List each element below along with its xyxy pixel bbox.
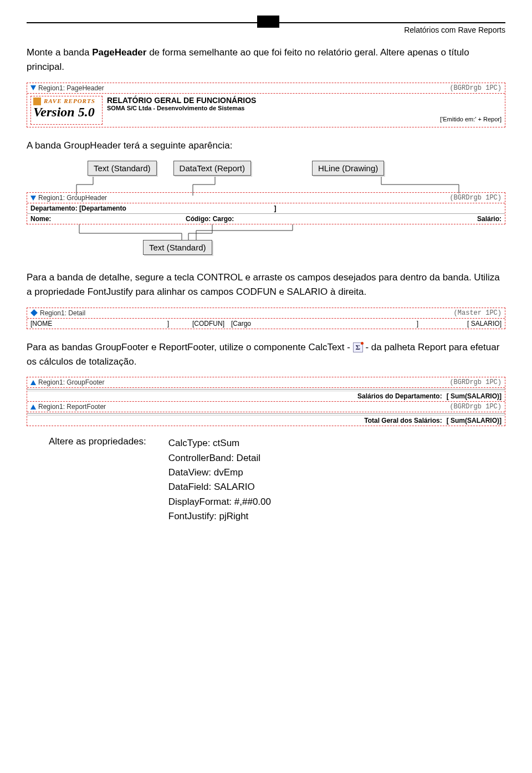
callout-text-standard-2: Text (Standard) — [143, 240, 212, 255]
callout-hline: HLine (Drawing) — [312, 161, 384, 176]
groupheader-row2: Nome: Código: Cargo: Salário: — [27, 213, 505, 224]
band-tag: (BGRDrgb 1PC) — [449, 194, 502, 202]
triangle-up-icon — [30, 405, 36, 409]
band-tag: (Master 1PC) — [454, 309, 502, 317]
page-number-box — [257, 16, 279, 28]
groupfooter-row: Salários do Departamento: [ Sum(SALARIO)… — [27, 391, 505, 401]
band-header-pageheader: Region1: PageHeader (BGRDrgb 1PC) — [27, 83, 505, 94]
designer-footers: Region1: GroupFooter (BGRDrgb 1PC) Salár… — [27, 377, 505, 426]
detail-fields-row: [NOME] [CODFUN] [Cargo] [ SALARIO] — [27, 319, 505, 329]
properties-list: CalcType: ctSum ControllerBand: Detail D… — [168, 436, 271, 524]
band-header-detail: Region1: Detail (Master 1PC) — [27, 308, 505, 319]
band-header-groupfooter: Region1: GroupFooter (BGRDrgb 1PC) — [27, 377, 505, 388]
report-title: RELATÓRIO GERAL DE FUNCIONÁRIOS — [107, 96, 502, 105]
prop-datafield: DataField: SALARIO — [168, 480, 271, 494]
paragraph-4: Para as bandas GroupFooter e ReportFoote… — [27, 340, 505, 370]
col-nome-label: Nome: — [30, 215, 186, 223]
callout-text-standard-1: Text (Standard) — [88, 161, 157, 176]
callout-datatext: DataText (Report) — [173, 161, 251, 176]
prop-calctype: CalcType: ctSum — [168, 436, 271, 451]
paragraph-3: Para a banda de detalhe, segure a tecla … — [27, 270, 505, 300]
paragraph-2: A banda GroupHeader terá a seguinte apar… — [27, 139, 505, 153]
band-header-groupheader: Region1: GroupHeader (BGRDrgb 1PC) — [27, 193, 505, 203]
header-rule — [27, 22, 505, 23]
band-tag: (BGRDrgb 1PC) — [449, 378, 502, 386]
reportfooter-row: Total Geral dos Salários: [ Sum(SALARIO)… — [27, 415, 505, 426]
prop-controllerband: ControllerBand: Detail — [168, 451, 271, 465]
designer-pageheader: Region1: PageHeader (BGRDrgb 1PC) RAVE R… — [27, 83, 505, 127]
prop-dataview: DataView: dvEmp — [168, 465, 271, 480]
groupheader-row1: Departamento: [Departamento ] — [27, 203, 505, 213]
diamond-icon — [30, 309, 38, 316]
properties-heading: Altere as propriedades: — [49, 436, 146, 524]
paragraph-1: Monte a banda PageHeader de forma semelh… — [27, 45, 505, 75]
triangle-up-icon — [30, 380, 36, 385]
logo-tag-icon — [33, 98, 41, 105]
callout-row-top: Text (Standard) DataText (Report) HLine … — [88, 161, 505, 176]
prop-displayformat: DisplayFormat: #,##0.00 — [168, 495, 271, 509]
band-tag: (BGRDrgb 1PC) — [449, 403, 502, 411]
band-header-reportfooter: Region1: ReportFooter (BGRDrgb 1PC) — [27, 401, 505, 412]
prop-fontjustify: FontJustify: pjRight — [168, 509, 271, 524]
properties-block: Altere as propriedades: CalcType: ctSum … — [49, 436, 505, 524]
col-codigo-label: Código: — [186, 215, 211, 223]
triangle-down-icon — [30, 85, 36, 90]
emitted-label: ['Emitido em:' + Repor] — [107, 116, 502, 122]
rave-logo: RAVE REPORTS Version 5.0 — [30, 96, 103, 125]
triangle-down-icon — [30, 196, 36, 201]
connector-lines-bottom — [27, 224, 503, 241]
col-cargo-label: Cargo: — [213, 215, 234, 223]
report-subtitle: SOMA S/C Ltda - Desenvolvimento de Siste… — [107, 105, 502, 111]
designer-groupheader: Region1: GroupHeader (BGRDrgb 1PC) Depar… — [27, 192, 505, 224]
col-salario-label: Salário: — [441, 215, 502, 223]
designer-detail: Region1: Detail (Master 1PC) [NOME] [COD… — [27, 308, 505, 329]
calctext-icon: Σ — [353, 342, 363, 352]
band-tag: (BGRDrgb 1PC) — [449, 84, 502, 92]
